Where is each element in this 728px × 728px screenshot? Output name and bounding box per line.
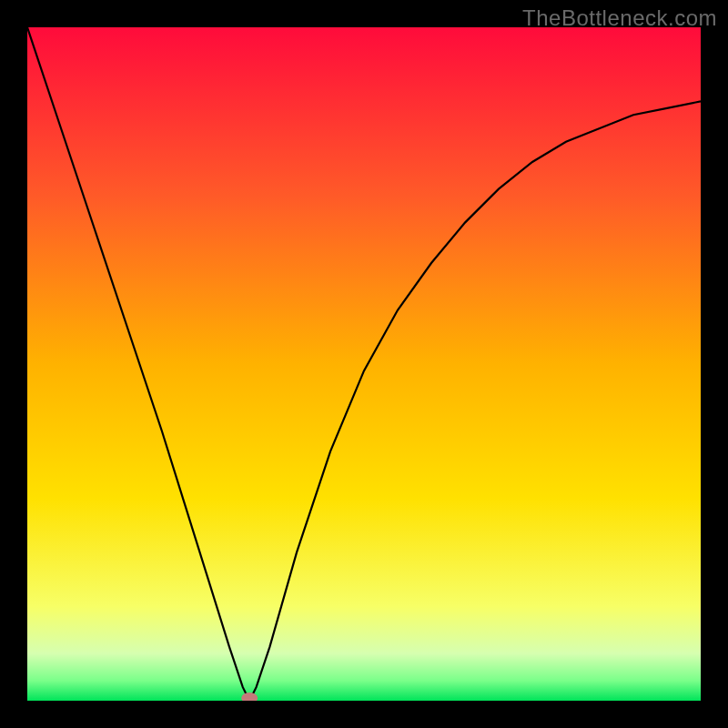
plot-area: [27, 27, 701, 701]
chart-svg: [27, 27, 701, 701]
watermark-text: TheBottleneck.com: [522, 5, 717, 31]
chart-frame: TheBottleneck.com: [0, 0, 728, 728]
